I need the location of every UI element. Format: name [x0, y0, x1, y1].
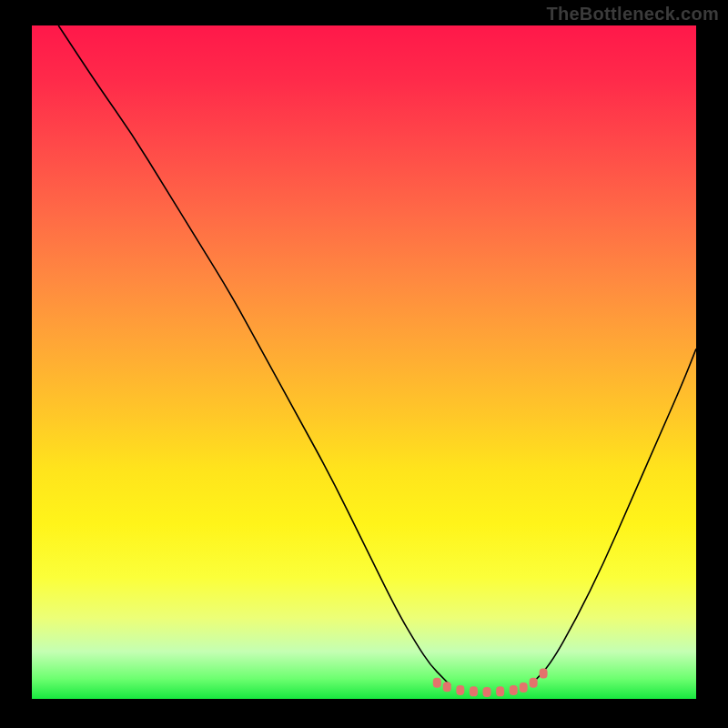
flat-markers — [433, 668, 548, 697]
marker-dot — [510, 685, 518, 695]
chart-svg — [32, 25, 696, 699]
marker-dot — [496, 686, 504, 696]
marker-dot — [530, 678, 538, 688]
marker-dot — [456, 685, 464, 695]
curve-left — [58, 25, 450, 685]
marker-dot — [433, 678, 441, 688]
marker-dot — [520, 682, 528, 693]
plot-area — [32, 25, 696, 699]
curve-right — [531, 349, 697, 685]
chart-frame: TheBottleneck.com — [0, 0, 728, 728]
marker-dot — [483, 687, 491, 697]
marker-dot — [470, 686, 478, 696]
marker-dot — [443, 682, 451, 692]
watermark-text: TheBottleneck.com — [546, 4, 719, 25]
marker-dot — [540, 668, 548, 678]
